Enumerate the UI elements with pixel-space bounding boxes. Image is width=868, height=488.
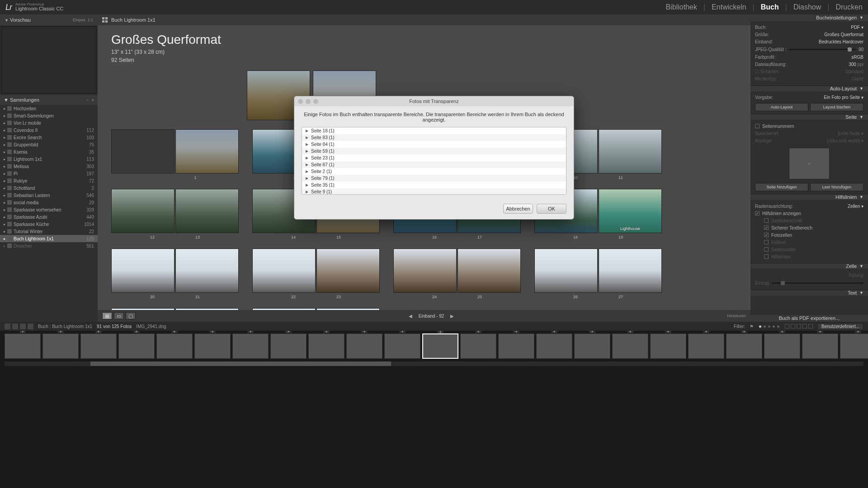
film-thumb[interactable]: 1	[688, 333, 724, 359]
collections-plus-icon[interactable]: +	[91, 98, 94, 103]
preview-header[interactable]: ▼ Vorschau Einpas. 1:1	[0, 14, 98, 25]
page-thumb[interactable]: Lighthouse	[599, 189, 662, 233]
film-thumb[interactable]: 1	[232, 333, 269, 359]
film-thumb[interactable]: 1	[498, 333, 534, 359]
pager-next-icon[interactable]: ▶	[450, 314, 454, 319]
flag-filter-icon[interactable]: ⚑	[750, 324, 754, 329]
page-thumb[interactable]	[534, 249, 598, 293]
filmstrip-path[interactable]: Buch : Buch Lightroom 1x1	[38, 324, 92, 329]
collection-item[interactable]: ▸Hochzeiten	[0, 105, 98, 112]
view-multi-icon[interactable]: ▦	[102, 312, 112, 319]
page-header[interactable]: Seite▼	[750, 114, 868, 120]
module-drucken[interactable]: Drucken	[835, 3, 863, 11]
spread[interactable]: 1	[111, 129, 239, 180]
film-thumb[interactable]: 1	[650, 333, 686, 359]
collection-item[interactable]: ▸Melissa303	[0, 163, 98, 170]
dialog-list-row[interactable]: ▶Seite 59 (1)	[302, 148, 566, 155]
grid-view-icon[interactable]	[12, 324, 18, 329]
page-template-preview[interactable]: +	[789, 148, 830, 179]
bleed-checkbox[interactable]	[764, 218, 769, 223]
clear-layout-button[interactable]: Layout löschen	[810, 103, 863, 111]
collection-item[interactable]: ▸Sparkasse Azubi440	[0, 213, 98, 221]
collection-item[interactable]: ▸Smart-Sammlungen	[0, 112, 98, 119]
collection-item[interactable]: ▸Tutorial Winter22	[0, 228, 98, 235]
autolayout-header[interactable]: Auto-Layout▼	[750, 86, 868, 91]
collection-item[interactable]: ▸social media29	[0, 199, 98, 206]
dialog-list-row[interactable]: ▶Seite 9 (1)	[302, 188, 566, 195]
film-thumb[interactable]: 1	[346, 333, 382, 359]
film-thumb[interactable]: 1	[460, 333, 496, 359]
film-thumb[interactable]: 1	[5, 333, 41, 359]
cell-header[interactable]: Zelle▼	[750, 263, 868, 269]
module-diashow[interactable]: Diashow	[793, 3, 821, 11]
collection-item[interactable]: ▸Sebastian Lastern546	[0, 192, 98, 199]
film-thumb[interactable]: 1	[422, 333, 458, 359]
filltext-checkbox[interactable]	[764, 240, 769, 244]
autolayout-button[interactable]: Auto-Layout	[755, 103, 808, 111]
dialog-list-row[interactable]: ▶Seite 35 (1)	[302, 182, 566, 188]
collection-item[interactable]: ▸Gruppenbild75	[0, 141, 98, 148]
collection-item[interactable]: ▸Covendos II112	[0, 127, 98, 134]
nav-back-icon[interactable]	[20, 324, 26, 329]
film-thumb[interactable]: 2	[118, 333, 155, 359]
dialog-list-row[interactable]: ▶Seite 79 (1)	[302, 175, 566, 182]
page-thumb[interactable]	[111, 129, 175, 174]
helplines-checkbox[interactable]	[764, 254, 769, 259]
spread[interactable]: 2021	[111, 249, 239, 299]
film-thumb[interactable]: 1	[612, 333, 648, 359]
dialog-list[interactable]: ▶Seite 18 (1)▶Seite 83 (1)▶Seite 84 (1)▶…	[302, 127, 566, 195]
nav-fwd-icon[interactable]	[28, 324, 33, 329]
page-thumb[interactable]	[111, 308, 175, 310]
film-thumb[interactable]: 2	[80, 333, 117, 359]
collection-item[interactable]: ▸Sparkasse Küche1014	[0, 221, 98, 228]
collection-item[interactable]: ▸Buch Lightroom 1x1125	[0, 235, 98, 242]
collection-item[interactable]: ▸Excire Search100	[0, 134, 98, 141]
film-thumb[interactable]: 1	[308, 333, 344, 359]
add-page-button[interactable]: Seite hinzufügen	[755, 183, 808, 191]
spread[interactable]: 2627	[534, 249, 662, 299]
pagenumbers-checkbox[interactable]	[755, 124, 760, 128]
film-thumb[interactable]: 1	[194, 333, 231, 359]
page-thumb[interactable]	[316, 249, 380, 293]
page-thumb[interactable]	[175, 308, 239, 310]
collection-item[interactable]: ▸Lightroom 1x1113	[0, 155, 98, 163]
module-entwickeln[interactable]: Entwickeln	[712, 3, 746, 11]
collection-item[interactable]: ▸Pi187	[0, 170, 98, 177]
page-thumb[interactable]	[599, 129, 662, 174]
collection-item[interactable]: ▸Drescher551	[0, 242, 98, 249]
film-thumb[interactable]: 1	[270, 333, 307, 359]
spread[interactable]: 1213	[111, 189, 239, 239]
collections-minus-icon[interactable]: −	[86, 98, 89, 103]
safe-text-checkbox[interactable]	[764, 225, 769, 230]
page-thumb[interactable]	[316, 308, 380, 310]
film-thumb[interactable]: 1	[384, 333, 420, 359]
spread[interactable]: 2223	[252, 249, 380, 299]
filmstrip-scrollbar[interactable]	[5, 361, 863, 366]
film-thumb[interactable]: 1	[726, 333, 762, 359]
collection-item[interactable]: ▸Schottland2	[0, 184, 98, 192]
color-label-filter[interactable]	[785, 324, 813, 328]
autolayout-preset-select[interactable]: Ein Foto pro Seite ▾	[824, 95, 863, 100]
view-spread-icon[interactable]: ▭	[114, 312, 124, 319]
film-thumb[interactable]: 1	[764, 333, 800, 359]
collection-item[interactable]: ▸Ksenia35	[0, 148, 98, 155]
page-thumb[interactable]	[111, 189, 175, 233]
jpeg-quality-slider[interactable]: JPEG-Qualität : 90	[755, 46, 863, 54]
collections-header[interactable]: ▼ Sammlungen −+	[0, 95, 98, 105]
collection-item[interactable]: ▸Von Lr mobile	[0, 119, 98, 127]
second-window-icon[interactable]	[5, 324, 10, 329]
book-format-select[interactable]: PDF ▾	[851, 25, 863, 30]
dialog-list-row[interactable]: ▶Seite 87 (1)	[302, 161, 566, 168]
film-thumb[interactable]: 1	[42, 333, 79, 359]
page-thumb[interactable]	[252, 249, 316, 293]
pager-prev-icon[interactable]: ◀	[409, 314, 412, 319]
module-buch[interactable]: Buch	[761, 3, 779, 11]
export-pdf-button[interactable]: Buch als PDF exportieren...	[750, 314, 868, 322]
film-thumb[interactable]: 1	[802, 333, 838, 359]
rating-filter[interactable]: ★★★★★	[758, 324, 780, 329]
dialog-list-row[interactable]: ▶Seite 84 (1)	[302, 141, 566, 148]
text-header[interactable]: Text▼	[750, 290, 868, 296]
dialog-list-row[interactable]: ▶Seite 18 (1)	[302, 127, 566, 134]
film-thumb[interactable]: 1	[536, 333, 572, 359]
dialog-titlebar[interactable]: Fotos mit Transparenz	[294, 96, 574, 106]
